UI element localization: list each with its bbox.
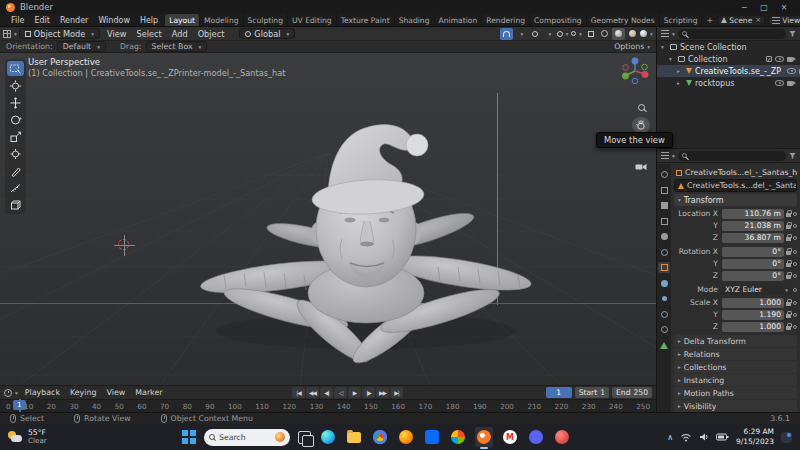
number-field[interactable]: 1.000 (722, 322, 784, 332)
tab-object[interactable] (658, 262, 670, 273)
outliner-row-collection[interactable]: ▾ Collection ✓ (657, 53, 800, 65)
tab-world[interactable] (658, 247, 670, 258)
close-button[interactable]: × (774, 3, 794, 12)
battery-icon[interactable] (716, 433, 729, 441)
disable-render-icon[interactable] (787, 57, 793, 62)
lock-icon[interactable] (786, 263, 791, 267)
outliner-editor-icon[interactable] (661, 30, 669, 37)
taskbar-file-explorer-icon[interactable] (345, 427, 363, 447)
properties-search-input[interactable] (678, 151, 786, 161)
snap-settings-dropdown[interactable] (514, 28, 527, 40)
frame-start-field[interactable]: Start 1 (575, 387, 609, 398)
properties-editor-icon[interactable] (661, 152, 669, 159)
playhead-badge[interactable]: 1 (13, 400, 26, 410)
tab-particles[interactable] (658, 293, 670, 304)
lock-icon[interactable] (786, 326, 791, 330)
animate-dot-icon[interactable] (793, 236, 797, 240)
scene-selector[interactable]: Scene × (717, 15, 765, 26)
animate-dot-icon[interactable] (793, 274, 797, 278)
proportional-dropdown[interactable] (542, 28, 555, 40)
workspace-tab[interactable]: UV Editing (288, 14, 337, 27)
timeline-menu-item[interactable]: Playback (20, 388, 65, 397)
animate-dot-icon[interactable] (793, 262, 797, 266)
weather-widget[interactable]: 55°F Clear (8, 429, 47, 446)
menu-item[interactable]: File (6, 16, 29, 25)
lock-icon[interactable] (786, 314, 791, 318)
timeline-menu-item[interactable]: View (102, 388, 131, 397)
hide-viewport-icon[interactable] (775, 80, 784, 86)
transport-button[interactable]: ▶ (348, 387, 361, 398)
taskbar-store-icon[interactable] (423, 427, 441, 447)
timeline-menu-item[interactable]: Marker (130, 388, 167, 397)
drag-dropdown[interactable]: Select Box (146, 41, 208, 52)
volume-icon[interactable] (699, 432, 709, 442)
workspace-tab[interactable]: Rendering (482, 14, 530, 27)
show-overlays-toggle[interactable] (570, 28, 583, 40)
tab-object-data[interactable] (658, 340, 670, 351)
timeline-menu-item[interactable]: Keying (65, 388, 102, 397)
workspace-tab[interactable]: Geometry Nodes (587, 14, 660, 27)
transform-orientation-dropdown[interactable]: Global (239, 28, 295, 39)
notification-icon[interactable] (781, 432, 792, 443)
rotate-tool[interactable] (7, 112, 24, 127)
measure-tool[interactable] (7, 180, 24, 195)
outliner-row-active-object[interactable]: ▸ CreativeTools.se_-_ZP (657, 65, 800, 77)
proportional-editing-toggle[interactable] (528, 28, 541, 40)
tab-scene[interactable] (658, 231, 670, 242)
show-gizmo-toggle[interactable] (556, 28, 569, 40)
move-tool[interactable] (7, 95, 24, 110)
taskbar-firefox-icon[interactable] (397, 427, 415, 447)
zoom-view-button[interactable] (632, 99, 650, 115)
number-field[interactable]: 21.038 m (722, 221, 784, 231)
disable-render-icon[interactable] (787, 81, 793, 86)
outliner-row-rocktopus[interactable]: ▸ rocktopus (657, 77, 800, 89)
orientation-dropdown[interactable]: Default (57, 41, 106, 52)
select-box-tool[interactable] (7, 61, 24, 76)
tab-render[interactable] (658, 185, 670, 196)
transform-tool[interactable] (7, 146, 24, 161)
transport-button[interactable]: |▶ (362, 387, 375, 398)
number-field[interactable]: 36.807 m (722, 233, 784, 243)
transport-button[interactable]: ◁ (334, 387, 347, 398)
current-frame-field[interactable]: 1 (546, 387, 572, 398)
add-primitive-tool[interactable] (7, 197, 24, 212)
viewport-menu-item[interactable]: Add (167, 29, 193, 39)
lock-icon[interactable] (786, 251, 791, 255)
animate-dot-icon[interactable] (793, 325, 797, 329)
tray-chevron-icon[interactable]: ∧ (667, 433, 673, 442)
filter-icon[interactable] (789, 31, 796, 37)
transport-button[interactable]: ▶| (390, 387, 403, 398)
lock-icon[interactable] (786, 275, 791, 279)
animate-dot-icon[interactable] (793, 313, 797, 317)
rotation-mode-dropdown[interactable]: XYZ Euler (722, 285, 791, 295)
collapsed-panel-header[interactable]: ▸ Visibility (674, 400, 797, 412)
taskbar-app-icon[interactable] (553, 427, 571, 447)
animate-dot-icon[interactable] (793, 224, 797, 228)
object-name-field[interactable]: CreativeTools.s...del_-_Santas_hat (674, 179, 797, 192)
model-rocktopus-santa-hat[interactable] (128, 81, 578, 366)
annotate-tool[interactable] (7, 163, 24, 178)
number-field[interactable]: 110.76 m (722, 209, 784, 219)
workspace-tab[interactable]: Layout (165, 14, 200, 27)
tab-view-layer[interactable] (658, 216, 670, 227)
shading-rendered-button[interactable] (640, 28, 653, 40)
number-field[interactable]: 1.190 (722, 310, 784, 320)
shading-material-button[interactable] (626, 28, 639, 40)
viewport-menu-item[interactable]: Select (132, 29, 167, 39)
taskbar-gmail-icon[interactable]: M (501, 427, 519, 447)
workspace-tab[interactable]: Modeling (200, 14, 244, 27)
timeline-editor-dropdown[interactable] (4, 387, 18, 399)
outliner-search-input[interactable] (678, 29, 786, 39)
tab-constraints[interactable] (658, 324, 670, 335)
collapsed-panel-header[interactable]: ▸ Relations (674, 348, 797, 360)
animate-dot-icon[interactable] (793, 250, 797, 254)
transport-button[interactable]: ▶▶ (376, 387, 389, 398)
workspace-tab[interactable]: Scripting (660, 14, 703, 27)
lock-icon[interactable] (786, 302, 791, 306)
camera-view-button[interactable] (632, 159, 650, 175)
lock-icon[interactable] (786, 237, 791, 241)
workspace-tab[interactable]: Texture Paint (337, 14, 395, 27)
number-field[interactable]: 0° (722, 271, 784, 281)
collapsed-panel-header[interactable]: ▸ Motion Paths (674, 387, 797, 399)
maximize-button[interactable]: □ (754, 3, 774, 12)
